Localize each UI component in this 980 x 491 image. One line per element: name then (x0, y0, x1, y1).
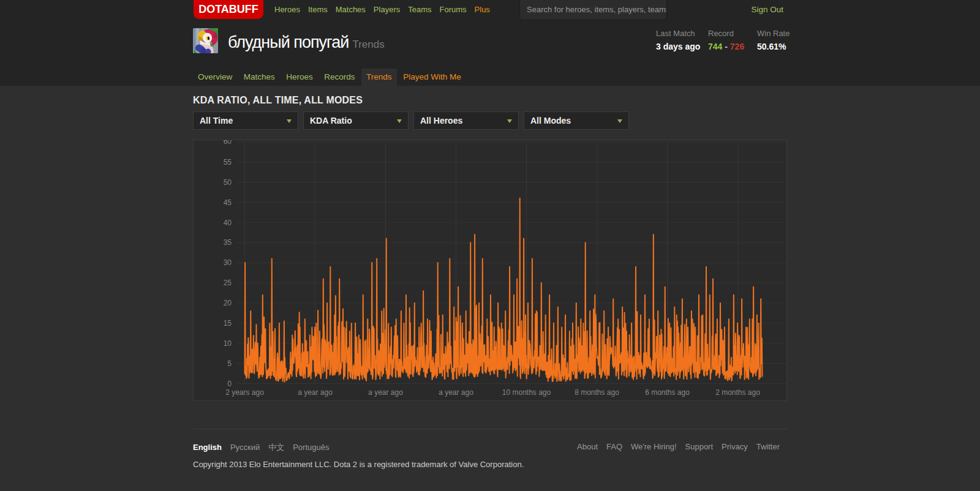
svg-text:50: 50 (224, 178, 232, 187)
svg-text:45: 45 (224, 198, 232, 207)
svg-text:10 months ago: 10 months ago (502, 388, 551, 397)
svg-text:2 years ago: 2 years ago (225, 388, 264, 397)
svg-text:20: 20 (224, 299, 232, 307)
svg-text:40: 40 (224, 219, 232, 227)
svg-text:a year ago: a year ago (439, 388, 473, 397)
svg-text:a year ago: a year ago (368, 388, 403, 397)
svg-text:0: 0 (227, 380, 232, 388)
svg-text:10: 10 (224, 339, 232, 348)
svg-text:2 months ago: 2 months ago (715, 388, 760, 397)
svg-text:55: 55 (224, 158, 232, 167)
svg-text:15: 15 (224, 319, 232, 328)
svg-text:6 months ago: 6 months ago (645, 388, 690, 397)
svg-text:8 months ago: 8 months ago (575, 388, 619, 397)
svg-text:5: 5 (227, 359, 232, 368)
svg-text:a year ago: a year ago (298, 388, 333, 397)
svg-text:35: 35 (224, 238, 232, 247)
svg-text:60: 60 (224, 140, 232, 146)
svg-text:30: 30 (224, 258, 232, 267)
svg-text:25: 25 (224, 279, 232, 287)
